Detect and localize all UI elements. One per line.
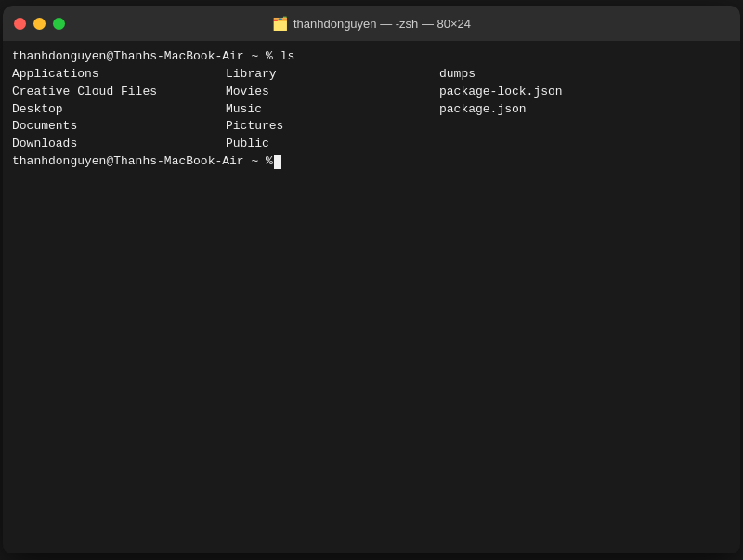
window-title: thanhdonguyen — -zsh — 80×24: [293, 17, 471, 31]
command-line: thanhdonguyen@Thanhs-MacBook-Air ~ % ls: [12, 48, 731, 66]
ls-item: Documents: [12, 118, 226, 136]
titlebar: 🗂️ thanhdonguyen — -zsh — 80×24: [3, 6, 740, 41]
traffic-lights: [14, 18, 65, 30]
ls-item: Desktop: [12, 101, 226, 119]
maximize-button[interactable]: [53, 18, 65, 30]
ls-output: Applications Library dumps Creative Clou…: [12, 66, 731, 153]
ls-item: Creative Cloud Files: [12, 84, 226, 101]
terminal-body[interactable]: thanhdonguyen@Thanhs-MacBook-Air ~ % ls …: [3, 41, 740, 553]
titlebar-icon: 🗂️: [272, 16, 288, 31]
terminal-window: 🗂️ thanhdonguyen — -zsh — 80×24 thanhdon…: [3, 6, 740, 553]
ls-item: [439, 136, 653, 153]
active-prompt-line: thanhdonguyen@Thanhs-MacBook-Air ~ %: [12, 153, 731, 171]
ls-item: Public: [226, 136, 439, 153]
ls-item: Library: [226, 66, 439, 84]
titlebar-text: 🗂️ thanhdonguyen — -zsh — 80×24: [272, 16, 471, 31]
ls-item: Downloads: [12, 136, 226, 153]
ls-item: [439, 118, 653, 136]
ls-item: Pictures: [226, 118, 439, 136]
ls-item: Applications: [12, 66, 226, 84]
close-button[interactable]: [14, 18, 26, 30]
minimize-button[interactable]: [33, 18, 46, 30]
ls-item: Music: [226, 101, 439, 119]
ls-item: Movies: [226, 84, 439, 101]
ls-item: package-lock.json: [439, 84, 653, 101]
prompt-text: thanhdonguyen@Thanhs-MacBook-Air ~ %: [12, 153, 273, 171]
cursor: [274, 155, 281, 169]
ls-item: dumps: [439, 66, 653, 84]
ls-item: package.json: [439, 101, 653, 119]
